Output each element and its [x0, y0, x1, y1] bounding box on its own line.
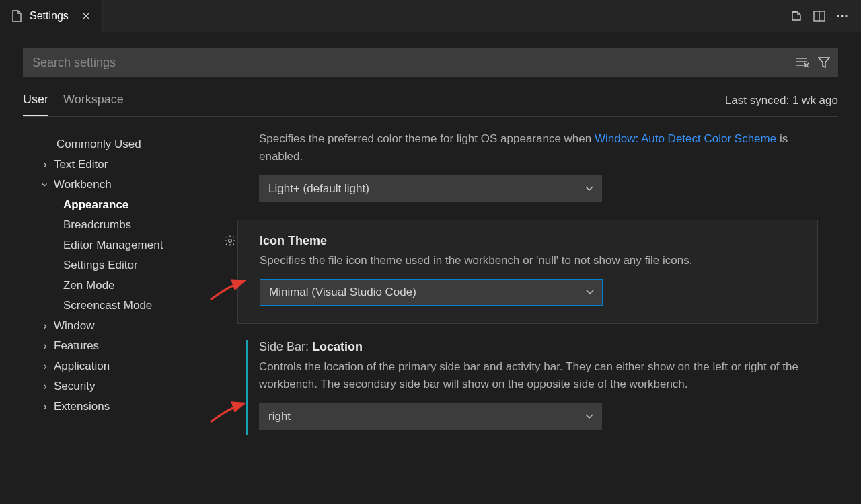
setting-title: Side Bar: Location — [259, 340, 818, 354]
setting-description: Specifies the preferred color theme for … — [259, 130, 818, 166]
setting-icon-theme: Icon Theme Specifies the file icon theme… — [237, 220, 818, 324]
setting-title-name: Location — [312, 340, 363, 353]
tab-workspace[interactable]: Workspace — [63, 93, 124, 116]
nav-breadcrumbs[interactable]: Breadcrumbs — [23, 215, 217, 235]
sync-status: Last synced: 1 wk ago — [725, 94, 838, 116]
svg-point-2 — [837, 15, 839, 17]
settings-file-icon — [11, 10, 23, 22]
chevron-right-icon: › — [40, 339, 50, 353]
search-input[interactable] — [23, 48, 838, 77]
tab-settings[interactable]: Settings — [0, 0, 103, 32]
setting-description: Specifies the file icon theme used in th… — [260, 252, 797, 269]
setting-description: Controls the location of the primary sid… — [259, 358, 818, 394]
chevron-down-icon: › — [38, 180, 52, 190]
more-actions-icon[interactable] — [835, 9, 849, 23]
chevron-down-icon — [585, 410, 594, 423]
select-value: Minimal (Visual Studio Code) — [269, 286, 416, 299]
scope-tabs: User Workspace — [23, 93, 124, 116]
tab-group: Settings — [0, 0, 103, 32]
settings-editor: User Workspace Last synced: 1 wk ago Com… — [0, 32, 861, 504]
select-icon-theme[interactable]: Minimal (Visual Studio Code) — [260, 279, 603, 306]
search-actions — [795, 55, 831, 70]
chevron-right-icon: › — [40, 360, 50, 373]
svg-point-8 — [229, 239, 232, 242]
settings-nav: Commonly Used ›Text Editor ›Workbench Ap… — [23, 130, 217, 504]
chevron-right-icon: › — [40, 380, 50, 393]
select-value: right — [268, 410, 291, 423]
chevron-right-icon: › — [40, 400, 50, 413]
chevron-down-icon — [585, 286, 595, 299]
nav-zen-mode[interactable]: Zen Mode — [23, 276, 217, 296]
editor-actions — [778, 9, 861, 23]
split-editor-icon[interactable] — [813, 9, 826, 23]
nav-editor-management[interactable]: Editor Management — [23, 235, 217, 255]
setting-preferred-light-theme: Specifies the preferred color theme for … — [217, 130, 838, 217]
filter-icon[interactable] — [817, 55, 831, 70]
svg-point-3 — [841, 15, 843, 17]
tab-title: Settings — [30, 10, 69, 22]
close-icon[interactable] — [79, 9, 93, 23]
nav-settings-editor[interactable]: Settings Editor — [23, 255, 217, 276]
setting-sidebar-location: Side Bar: Location Controls the location… — [217, 331, 838, 445]
settings-body: Commonly Used ›Text Editor ›Workbench Ap… — [23, 130, 838, 504]
gear-icon[interactable] — [223, 234, 237, 247]
nav-extensions[interactable]: ›Extensions — [23, 396, 217, 417]
chevron-right-icon: › — [40, 158, 50, 171]
nav-commonly-used[interactable]: Commonly Used — [23, 134, 217, 155]
settings-content: Specifies the preferred color theme for … — [217, 130, 838, 504]
nav-window[interactable]: ›Window — [23, 316, 217, 336]
svg-point-4 — [845, 15, 847, 17]
nav-appearance[interactable]: Appearance — [23, 195, 217, 215]
nav-application[interactable]: ›Application — [23, 356, 217, 376]
editor-tab-bar: Settings — [0, 0, 861, 32]
clear-search-icon[interactable] — [795, 55, 810, 70]
chevron-down-icon — [585, 182, 594, 196]
nav-workbench[interactable]: ›Workbench — [23, 175, 217, 195]
nav-text-editor[interactable]: ›Text Editor — [23, 155, 217, 175]
desc-text: Specifies the preferred color theme for … — [259, 132, 595, 145]
nav-features[interactable]: ›Features — [23, 336, 217, 356]
nav-screencast-mode[interactable]: Screencast Mode — [23, 296, 217, 316]
chevron-right-icon: › — [40, 319, 50, 333]
select-value: Light+ (default light) — [268, 182, 369, 196]
setting-title: Icon Theme — [260, 234, 797, 248]
setting-category: Side Bar: — [259, 340, 312, 353]
select-light-theme[interactable]: Light+ (default light) — [259, 175, 602, 202]
scope-row: User Workspace Last synced: 1 wk ago — [23, 93, 838, 117]
select-sidebar-location[interactable]: right — [259, 403, 602, 430]
modified-indicator — [246, 340, 248, 435]
setting-link[interactable]: Window: Auto Detect Color Scheme — [595, 132, 776, 145]
nav-security[interactable]: ›Security — [23, 376, 217, 396]
search-container — [23, 48, 838, 77]
open-settings-json-icon[interactable] — [790, 9, 803, 23]
tab-user[interactable]: User — [23, 93, 48, 116]
